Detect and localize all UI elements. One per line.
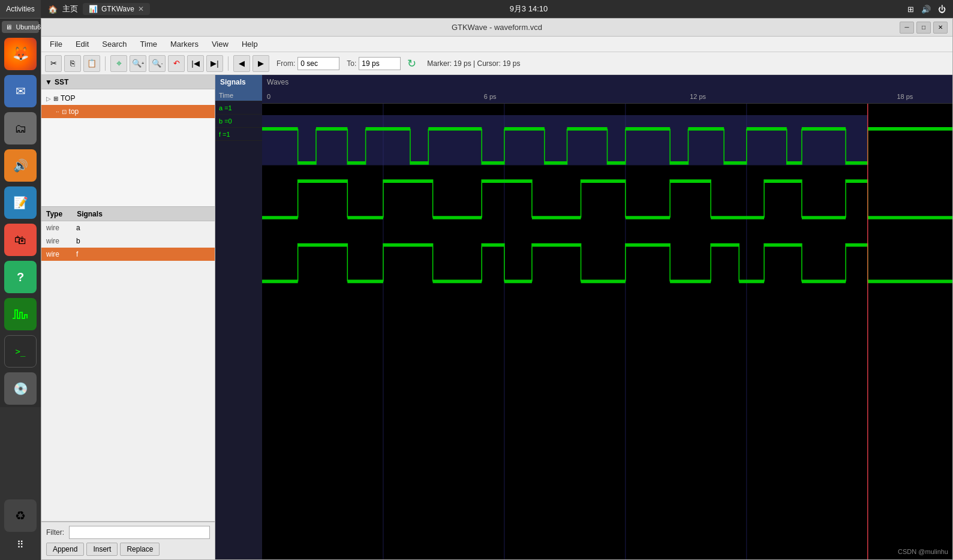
waveform-panel: 0 6 ps 12 ps 18 ps	[262, 89, 952, 559]
prev-marker-button[interactable]: ◀	[233, 55, 250, 72]
window-title: GTKWave - waveform.vcd	[94, 23, 900, 32]
goto-start-button[interactable]: |◀	[187, 55, 204, 72]
power-icon[interactable]: ⏻	[938, 5, 946, 14]
sig-a-row[interactable]: a =1	[215, 101, 262, 115]
volume-icon: 🔊	[921, 5, 931, 14]
network-icon: ⊞	[907, 5, 914, 14]
filter-row: Filter:	[46, 526, 210, 539]
sig-b-row[interactable]: b =0	[215, 115, 262, 128]
zoom-fit-button[interactable]: ⌖	[110, 55, 127, 72]
toolbar-sep-1	[105, 56, 106, 71]
minimize-button[interactable]: ─	[900, 22, 914, 34]
from-input[interactable]	[297, 57, 339, 70]
sst-label: SST	[55, 78, 68, 86]
gtkwave-window-tab[interactable]: 📊 GTKWave ✕	[83, 3, 150, 15]
waves-panel-label: Waves	[267, 78, 288, 86]
tree-expand-icon: ▷	[46, 95, 51, 102]
taskbar-bottom: ♻ ⠿	[4, 497, 37, 560]
close-button[interactable]: ✕	[933, 22, 948, 34]
gtkwave-window: GTKWave - waveform.vcd ─ □ ✕ File Edit S…	[41, 18, 953, 560]
copy-button[interactable]: ⎘	[64, 55, 81, 72]
left-panel: ▼ SST ▷ ⊞ TOP ·· ⊡ top	[41, 75, 215, 559]
taskbar-app-disc[interactable]: 💿	[4, 372, 37, 405]
signal-row-b[interactable]: wire b	[41, 234, 215, 248]
from-label: From:	[276, 59, 295, 68]
signal-row-f[interactable]: wire f	[41, 248, 215, 261]
next-marker-button[interactable]: ▶	[252, 55, 269, 72]
sst-top-instance-label: top	[69, 107, 79, 116]
system-bar: 🏠 主页 📊 GTKWave ✕ 9月3 14:10 ⊞ 🔊 ⏻	[41, 0, 953, 18]
menu-time[interactable]: Time	[134, 38, 163, 50]
signal-row-a[interactable]: wire a	[41, 221, 215, 234]
signals-table: wire a wire b wire f	[41, 221, 215, 521]
marker-info: Marker: 19 ps | Cursor: 19 ps	[427, 59, 520, 68]
sst-section: ▼ SST ▷ ⊞ TOP ·· ⊡ top	[41, 75, 215, 207]
gtkwave-tab-close[interactable]: ✕	[138, 5, 144, 13]
refresh-button[interactable]: ↻	[403, 55, 420, 72]
signals-header: Type Signals	[41, 207, 215, 221]
taskbar-app-store[interactable]: 🛍	[4, 224, 37, 256]
time-label-6ps: 6 ps	[484, 93, 497, 100]
taskbar-app-help[interactable]: ?	[4, 261, 37, 293]
time-label-0: 0	[267, 93, 270, 100]
panel-header-row: Signals Waves	[215, 75, 952, 89]
sst-toggle[interactable]: ▼	[45, 78, 52, 86]
toolbar-sep-2	[228, 56, 229, 71]
app-grid-button[interactable]: ⠿	[12, 534, 29, 555]
taskbar-app-email[interactable]: ✉	[4, 75, 37, 107]
window-titlebar: GTKWave - waveform.vcd ─ □ ✕	[41, 19, 952, 37]
taskbar-app-audio[interactable]: 🔊	[4, 149, 37, 182]
menu-markers[interactable]: Markers	[164, 38, 205, 50]
csdn-watermark: CSDN @mulinhu	[898, 548, 948, 555]
taskbar-app-files[interactable]: 🗂	[4, 112, 37, 144]
taskbar-app-recycle[interactable]: ♻	[4, 499, 37, 532]
system-bar-left: 🏠 主页 📊 GTKWave ✕	[48, 3, 150, 15]
time-label-18ps: 18 ps	[897, 93, 913, 100]
taskbar-app-terminal[interactable]: >_	[4, 335, 37, 368]
signal-type-f: wire	[46, 250, 76, 258]
signal-type-a: wire	[46, 224, 76, 232]
window-tab-icon: 🖥	[5, 23, 12, 31]
to-input[interactable]	[359, 57, 401, 70]
menu-help[interactable]: Help	[236, 38, 264, 50]
replace-button[interactable]: Replace	[120, 543, 160, 556]
window-tab[interactable]: 🖥 Ubuntu64_1	[2, 21, 38, 33]
svg-rect-1	[262, 104, 952, 559]
zoom-out-button[interactable]: 🔍-	[149, 55, 166, 72]
taskbar-app-gtkwave[interactable]	[4, 298, 37, 330]
cut-button[interactable]: ✂	[45, 55, 62, 72]
paste-button[interactable]: 📋	[83, 55, 100, 72]
sst-item-top-instance[interactable]: ·· ⊡ top	[41, 105, 215, 118]
taskbar-app-firefox[interactable]: 🦊	[4, 38, 37, 70]
filter-buttons: Append Insert Replace	[46, 543, 210, 556]
filter-input[interactable]	[69, 526, 210, 539]
waveform-area	[262, 104, 952, 559]
menu-view[interactable]: View	[206, 38, 235, 50]
tree-leaf-icon: ··	[56, 109, 59, 115]
tree-circuit-icon: ⊞	[53, 95, 58, 102]
main-area: 🏠 主页 📊 GTKWave ✕ 9月3 14:10 ⊞ 🔊 ⏻ GTKWave…	[41, 0, 953, 560]
datetime: 9月3 14:10	[150, 4, 907, 14]
sst-item-top[interactable]: ▷ ⊞ TOP	[41, 92, 215, 105]
type-col-header: Type	[46, 210, 62, 218]
maximize-button[interactable]: □	[916, 22, 931, 34]
menu-edit[interactable]: Edit	[70, 38, 95, 50]
zoom-in-button[interactable]: 🔍+	[130, 55, 146, 72]
svg-rect-7	[262, 115, 868, 165]
system-bar-right: ⊞ 🔊 ⏻	[907, 5, 946, 14]
signals-panel-label: Signals	[220, 78, 246, 86]
sst-header: ▼ SST	[41, 75, 215, 89]
taskbar-app-writer[interactable]: 📝	[4, 186, 37, 219]
signals-section: Type Signals wire a wire b wire	[41, 207, 215, 522]
insert-button[interactable]: Insert	[86, 543, 118, 556]
taskbar-top: Activities 🖥 Ubuntu64_1 🦊 ✉ 🗂 🔊 📝 🛍 ? >_…	[0, 0, 41, 407]
goto-end-button[interactable]: ▶|	[206, 55, 223, 72]
undo-button[interactable]: ↶	[168, 55, 185, 72]
activities-button[interactable]: Activities	[0, 0, 41, 19]
sig-names-col: Time a =1 b =0 f =1	[215, 89, 262, 559]
menu-search[interactable]: Search	[96, 38, 133, 50]
to-label: To:	[347, 59, 356, 68]
sig-f-row[interactable]: f =1	[215, 128, 262, 141]
menu-file[interactable]: File	[44, 38, 68, 50]
append-button[interactable]: Append	[46, 543, 84, 556]
